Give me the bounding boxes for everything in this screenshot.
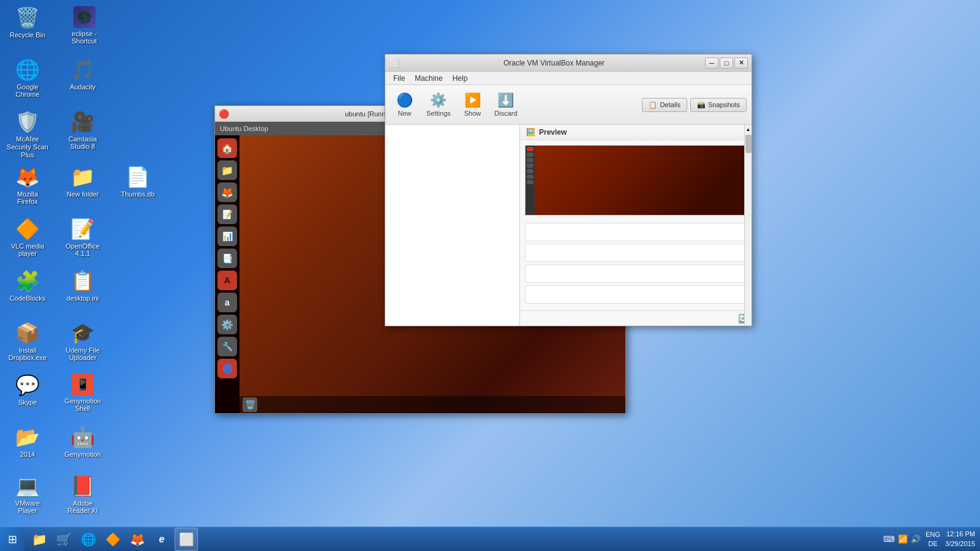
desktop-icon-udemy[interactable]: 🎓 Udemy File Uploader (58, 318, 107, 364)
desktop-icon-skype[interactable]: 💬 Skype (3, 370, 52, 409)
dropbox-label: Install Dropbox.exe (6, 347, 49, 361)
ubuntu-launcher-impress[interactable]: 📑 (217, 249, 237, 268)
ubuntu-launcher-writer[interactable]: 📝 (217, 204, 237, 224)
desktop-icon-adobe[interactable]: 📕 Adobe Reader XI (58, 471, 107, 517)
desktop-icon-audacity[interactable]: 🎵 Audacity (58, 55, 107, 94)
scroll-up-btn[interactable]: ▲ (745, 125, 752, 133)
desktop-icon-firefox[interactable]: 🦊 Mozilla Firefox (3, 162, 52, 208)
toolbar-settings-btn[interactable]: ⚙️ Settings (420, 90, 457, 119)
right-section-4 (525, 285, 747, 304)
audacity-icon: 🎵 (70, 58, 95, 81)
scroll-thumb[interactable] (745, 135, 752, 153)
desktop-icon-recycle-bin[interactable]: 🗑️ Recycle Bin (3, 3, 52, 42)
right-section-1 (525, 223, 747, 241)
taskbar-date: 3/29/2015 (945, 539, 975, 549)
ubuntu-trash-icon[interactable]: 🗑️ (243, 397, 257, 412)
menu-file[interactable]: File (388, 73, 410, 84)
ubuntu-launcher-text-editor[interactable]: A (217, 271, 237, 290)
toolbar-new-btn[interactable]: 🔵 New (390, 90, 419, 119)
vbox-right-bottom: 🔄 (520, 310, 752, 326)
taskbar-clock: 12:16 PM 3/29/2015 (945, 530, 975, 549)
ubuntu-launcher-files[interactable]: 📁 (217, 160, 237, 180)
menu-help[interactable]: Help (448, 73, 473, 84)
genymotion-shell-icon: 📱 (72, 373, 94, 395)
adobe-icon: 📕 (70, 474, 95, 498)
taskbar-vlc-btn[interactable]: 🔶 (101, 528, 124, 551)
adobe-label: Adobe Reader XI (61, 500, 104, 514)
right-section-3 (525, 264, 747, 283)
toolbar-discard-btn[interactable]: ⬇️ Discard (488, 90, 523, 119)
vbox-minimize-btn[interactable]: ─ (705, 58, 718, 69)
vlc-icon: 🔶 (15, 217, 40, 241)
right-section-2 (525, 244, 747, 262)
desktop-icon-mcafee[interactable]: 🛡️ McAfee Security Scan Plus (3, 107, 52, 163)
discard-label: Discard (494, 110, 517, 117)
firefox-icon: 🦊 (15, 165, 40, 189)
desktop-icon-eclipse[interactable]: 🌑 eclipse - Shortcut (58, 3, 110, 48)
vbox-maximize-btn[interactable]: □ (720, 58, 733, 69)
udemy-label: Udemy File Uploader (61, 347, 104, 361)
preview-icon: 🖼️ (526, 128, 535, 137)
desktop-icon-new-folder[interactable]: 📁 New folder (58, 162, 107, 201)
vbox-window-controls: ─ □ ✕ (705, 58, 748, 69)
taskbar-vbox-btn[interactable]: ⬜ (175, 528, 198, 551)
desktop-icon-codeblocks[interactable]: 🧩 CodeBlocks (3, 266, 52, 305)
toolbar-show-btn[interactable]: ▶️ Show (458, 90, 488, 119)
preview-launcher-dot-4 (527, 163, 533, 168)
windows-logo-icon: ⊞ (8, 533, 17, 546)
desktop-icon-camtasia[interactable]: 🎥 Camtasia Studio 8 (58, 107, 107, 153)
ubuntu-launcher-home[interactable]: 🏠 (217, 138, 237, 158)
details-icon: 📋 (649, 101, 657, 109)
new-folder-label: New folder (67, 190, 99, 198)
ubuntu-launcher-app9[interactable]: 🔧 (217, 337, 237, 356)
openoffice-label: OpenOffice 4.1.1 (61, 242, 104, 257)
desktop-icon-vmware[interactable]: 💻 VMware Player (3, 471, 52, 517)
ubuntu-launcher-app10[interactable]: 🌀 (217, 359, 237, 378)
vbox-close-btn[interactable]: ✕ (734, 58, 748, 69)
eclipse-label: eclipse - Shortcut (61, 30, 107, 45)
desktop-icon-chrome[interactable]: 🌐 Google Chrome (3, 55, 52, 101)
right-panel-sections (520, 220, 752, 310)
details-btn[interactable]: 📋 Details (642, 98, 687, 112)
thumbs-icon: 📄 (126, 165, 150, 189)
snapshots-btn[interactable]: 📸 Snapshots (690, 98, 747, 112)
taskbar-store-btn[interactable]: 🛒 (52, 528, 75, 551)
preview-launcher-dot-7 (527, 180, 533, 184)
taskbar-chrome-btn[interactable]: 🌐 (77, 528, 100, 551)
ubuntu-launcher-calc[interactable]: 📊 (217, 227, 237, 246)
snapshots-icon: 📸 (697, 101, 706, 109)
network-icon: 📶 (898, 534, 908, 544)
recycle-bin-icon: 🗑️ (15, 6, 40, 29)
ubuntu-launcher-system-settings[interactable]: ⚙️ (217, 315, 237, 334)
vmware-label: VMware Player (6, 500, 49, 514)
taskbar-explorer-btn[interactable]: 📁 (28, 528, 51, 551)
preview-launcher-dot-6 (527, 174, 533, 179)
start-button[interactable]: ⊞ (0, 527, 24, 552)
mcafee-icon: 🛡️ (15, 110, 40, 133)
desktop-icon-vlc[interactable]: 🔶 VLC media player (3, 214, 52, 260)
taskbar-system-icons: ⌨ 📶 🔊 (883, 534, 921, 544)
ubuntu-title-icon: 🔴 (219, 109, 229, 119)
ubuntu-desktop-label: Ubuntu Desktop (220, 125, 268, 132)
taskbar: ⊞ 📁 🛒 🌐 🔶 🦊 e ⬜ ⌨ 📶 🔊 ENG DE 12:16 PM 3/… (0, 527, 980, 551)
preview-title: Preview (539, 128, 567, 137)
desktop-icon-2014[interactable]: 📂 2014 (3, 422, 52, 461)
desktop-icon-genymotion[interactable]: 🤖 Genymotion (58, 422, 107, 461)
thumbs-label: Thumbs.db (121, 190, 154, 198)
ubuntu-launcher-amazon[interactable]: a (217, 293, 237, 312)
desktop-icon-openoffice[interactable]: 📝 OpenOffice 4.1.1 (58, 214, 107, 260)
desktop-icon-thumbs[interactable]: 📄 Thumbs.db (113, 162, 162, 201)
ubuntu-launcher-firefox[interactable]: 🦊 (217, 182, 237, 202)
vmware-icon: 💻 (15, 474, 40, 498)
camtasia-label: Camtasia Studio 8 (61, 135, 104, 150)
menu-machine[interactable]: Machine (410, 73, 447, 84)
vbox-scrollbar[interactable]: ▲ (744, 125, 752, 326)
desktop-icon-dropbox[interactable]: 📦 Install Dropbox.exe (3, 318, 52, 364)
desktop-icon-desktop-ini[interactable]: 📋 desktop.ini (58, 266, 107, 305)
desktop-icon-genymotion-shell[interactable]: 📱 Genymotion Shell (58, 370, 107, 415)
preview-thumbnail-area (525, 145, 747, 216)
genymotion-shell-label: Genymotion Shell (61, 397, 104, 412)
preview-thumbnail (535, 146, 746, 215)
taskbar-firefox-btn[interactable]: 🦊 (126, 528, 149, 551)
taskbar-ie-btn[interactable]: e (150, 528, 173, 551)
